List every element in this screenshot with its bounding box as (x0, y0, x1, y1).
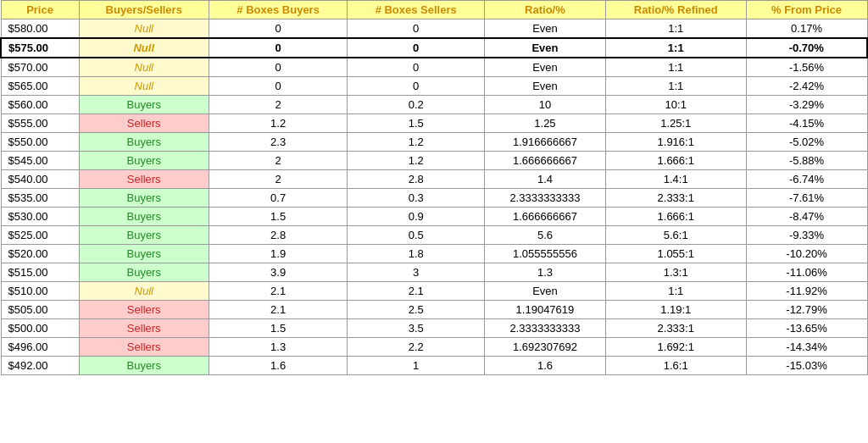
table-row: $575.00Null00Even1:1-0.70% (1, 38, 867, 58)
buyers-sellers-cell: Sellers (79, 319, 209, 338)
ratio-refined-cell: 2.333:1 (605, 319, 746, 338)
boxes-sellers-cell: 1 (348, 357, 485, 375)
ratio-refined-cell: 1:1 (605, 19, 746, 39)
price-cell: $525.00 (1, 226, 79, 245)
boxes-sellers-cell: 1.2 (348, 152, 485, 170)
buyers-sellers-cell: Null (79, 77, 209, 96)
buyers-sellers-cell: Buyers (79, 96, 209, 114)
from-price-cell: -8.47% (746, 208, 867, 226)
boxes-sellers-cell: 0 (348, 19, 485, 39)
ratio-cell: 1.666666667 (484, 208, 605, 226)
table-row: $496.00Sellers1.32.21.6923076921.692:1-1… (1, 338, 867, 357)
table-row: $580.00Null00Even1:10.17% (1, 19, 867, 39)
table-row: $520.00Buyers1.91.81.0555555561.055:1-10… (1, 245, 867, 263)
table-row: $540.00Sellers22.81.41.4:1-6.74% (1, 170, 867, 189)
ratio-refined-cell: 2.333:1 (605, 189, 746, 208)
ratio-cell: Even (484, 282, 605, 301)
table-row: $510.00Null2.12.1Even1:1-11.92% (1, 282, 867, 301)
buyers-sellers-cell: Sellers (79, 170, 209, 189)
buyers-sellers-cell: Buyers (79, 208, 209, 226)
boxes-buyers-cell: 1.3 (209, 338, 348, 357)
boxes-sellers-cell: 3 (348, 263, 485, 282)
from-price-cell: -5.02% (746, 133, 867, 152)
buyers-sellers-cell: Buyers (79, 226, 209, 245)
boxes-sellers-cell: 0.2 (348, 96, 485, 114)
buyers-sellers-cell: Null (79, 282, 209, 301)
ratio-refined-cell: 1.692:1 (605, 338, 746, 357)
ratio-refined-cell: 1.4:1 (605, 170, 746, 189)
table-row: $550.00Buyers2.31.21.9166666671.916:1-5.… (1, 133, 867, 152)
ratio-cell: 1.692307692 (484, 338, 605, 357)
col-header-buyers_sellers: Buyers/Sellers (79, 1, 209, 19)
table-row: $545.00Buyers21.21.6666666671.666:1-5.88… (1, 152, 867, 170)
from-price-cell: -13.65% (746, 319, 867, 338)
from-price-cell: -9.33% (746, 226, 867, 245)
boxes-sellers-cell: 2.1 (348, 282, 485, 301)
boxes-buyers-cell: 1.5 (209, 208, 348, 226)
col-header-from_price: % From Price (746, 1, 867, 19)
from-price-cell: -6.74% (746, 170, 867, 189)
ratio-refined-cell: 1.055:1 (605, 245, 746, 263)
price-cell: $580.00 (1, 19, 79, 39)
from-price-cell: -2.42% (746, 77, 867, 96)
from-price-cell: -4.15% (746, 114, 867, 133)
price-cell: $505.00 (1, 301, 79, 319)
buyers-sellers-cell: Sellers (79, 114, 209, 133)
boxes-sellers-cell: 0.3 (348, 189, 485, 208)
buyers-sellers-cell: Null (79, 58, 209, 77)
buyers-sellers-cell: Buyers (79, 152, 209, 170)
ratio-cell: 1.3 (484, 263, 605, 282)
table-row: $500.00Sellers1.53.52.33333333332.333:1-… (1, 319, 867, 338)
from-price-cell: -10.20% (746, 245, 867, 263)
col-header-price: Price (1, 1, 79, 19)
ratio-cell: 10 (484, 96, 605, 114)
col-header-boxes_buyers: # Boxes Buyers (209, 1, 348, 19)
from-price-cell: -14.34% (746, 338, 867, 357)
ratio-refined-cell: 1.25:1 (605, 114, 746, 133)
ratio-cell: 2.3333333333 (484, 319, 605, 338)
boxes-buyers-cell: 1.5 (209, 319, 348, 338)
ratio-refined-cell: 1:1 (605, 282, 746, 301)
price-cell: $510.00 (1, 282, 79, 301)
col-header-ratio: Ratio/% (484, 1, 605, 19)
buyers-sellers-cell: Buyers (79, 245, 209, 263)
ratio-cell: 1.4 (484, 170, 605, 189)
boxes-sellers-cell: 2.8 (348, 170, 485, 189)
price-cell: $515.00 (1, 263, 79, 282)
boxes-sellers-cell: 0 (348, 38, 485, 58)
price-cell: $520.00 (1, 245, 79, 263)
from-price-cell: -3.29% (746, 96, 867, 114)
ratio-cell: 1.055555556 (484, 245, 605, 263)
price-cell: $565.00 (1, 77, 79, 96)
price-cell: $496.00 (1, 338, 79, 357)
boxes-sellers-cell: 2.2 (348, 338, 485, 357)
ratio-cell: Even (484, 58, 605, 77)
from-price-cell: -12.79% (746, 301, 867, 319)
col-header-ratio_refined: Ratio/% Refined (605, 1, 746, 19)
boxes-buyers-cell: 1.2 (209, 114, 348, 133)
ratio-cell: Even (484, 38, 605, 58)
price-cell: $575.00 (1, 38, 79, 58)
ratio-cell: 1.666666667 (484, 152, 605, 170)
ratio-refined-cell: 1.666:1 (605, 152, 746, 170)
ratio-refined-cell: 1:1 (605, 77, 746, 96)
table-row: $565.00Null00Even1:1-2.42% (1, 77, 867, 96)
boxes-sellers-cell: 0.5 (348, 226, 485, 245)
boxes-sellers-cell: 0 (348, 77, 485, 96)
buyers-sellers-cell: Null (79, 38, 209, 58)
ratio-cell: 1.25 (484, 114, 605, 133)
ratio-refined-cell: 1:1 (605, 58, 746, 77)
ratio-cell: 5.6 (484, 226, 605, 245)
ratio-refined-cell: 1:1 (605, 38, 746, 58)
col-header-boxes_sellers: # Boxes Sellers (348, 1, 485, 19)
table-row: $530.00Buyers1.50.91.6666666671.666:1-8.… (1, 208, 867, 226)
ratio-refined-cell: 1.666:1 (605, 208, 746, 226)
boxes-buyers-cell: 0.7 (209, 189, 348, 208)
ratio-refined-cell: 1.3:1 (605, 263, 746, 282)
boxes-sellers-cell: 0.9 (348, 208, 485, 226)
table-row: $560.00Buyers20.21010:1-3.29% (1, 96, 867, 114)
ratio-cell: 1.6 (484, 357, 605, 375)
boxes-sellers-cell: 1.2 (348, 133, 485, 152)
ratio-cell: 2.3333333333 (484, 189, 605, 208)
price-cell: $545.00 (1, 152, 79, 170)
